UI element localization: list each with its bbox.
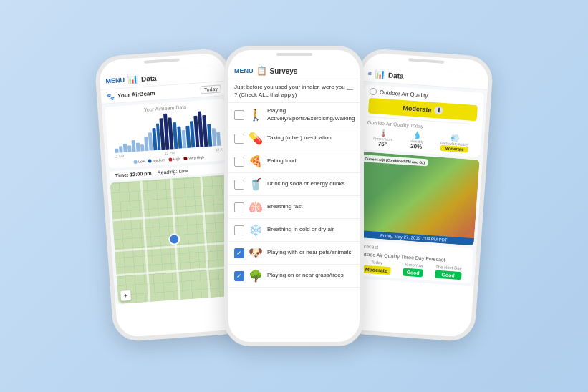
chart-bar xyxy=(123,143,127,152)
airbeam-label: Your AirBeam xyxy=(117,90,155,99)
survey-item-text: Breathing fast xyxy=(267,203,302,210)
forecast-badge: Good xyxy=(435,270,461,280)
aqi-metric: 💨 Particulate Matter Moderate xyxy=(440,133,469,154)
center-header: MENU 📋 Surveys xyxy=(228,63,360,79)
aqi-section: Outdoor Air Quality Moderate ℹ Outside A… xyxy=(360,84,484,157)
survey-item: 🫁Breathing fast xyxy=(228,196,360,219)
reading-val: Reading: Low xyxy=(157,168,188,175)
chart-bar xyxy=(119,146,123,153)
survey-item-text: Eating food xyxy=(267,157,296,165)
checkbox[interactable]: ✓ xyxy=(234,271,244,281)
menu-icon-right[interactable]: ≡ xyxy=(367,69,372,77)
forecast-badge: Good xyxy=(403,268,423,278)
chart-bar xyxy=(144,137,148,151)
forecast-day: Today Moderate xyxy=(362,260,392,275)
left-title: Data xyxy=(141,74,157,82)
survey-item-text: Playing Actively/Sports/Exercising/Walki… xyxy=(267,107,355,122)
right-title: Data xyxy=(388,71,404,79)
checkbox[interactable] xyxy=(234,180,244,190)
menu-icon-center[interactable]: MENU xyxy=(234,67,254,74)
question-text: Just before you used your inhaler, were … xyxy=(234,83,354,99)
survey-emoji: 🥤 xyxy=(249,177,263,191)
legend-item: Very High xyxy=(183,155,204,160)
survey-item-text: Drinking soda or energy drinks xyxy=(267,180,345,187)
chart-bar xyxy=(127,145,132,152)
checkbox[interactable] xyxy=(234,202,244,212)
forecast-day-label: Tomorrow xyxy=(403,263,424,268)
legend-item: Low xyxy=(133,159,145,164)
time-val: Time: 12:00 pm xyxy=(115,170,152,178)
survey-item: 🥤Drinking soda or energy drinks xyxy=(228,173,360,196)
center-title: Surveys xyxy=(270,67,298,75)
surveys-icon: 📋 xyxy=(256,66,267,76)
legend-item: Medium xyxy=(148,157,165,163)
chart-section: Your AirBeam Data 12 AM 12 PM 12 A LowMe… xyxy=(105,99,229,169)
legend-item: High xyxy=(168,157,181,162)
aqi-metrics: 🌡️ Temperature 75°💧 Humidity 20%💨 Partic… xyxy=(366,128,476,155)
chart-bar xyxy=(212,128,217,146)
outdoor-text: Outdoor Air Quality xyxy=(380,89,428,99)
survey-item-text: Taking (other) medication xyxy=(267,134,332,142)
aqi-metric: 💧 Humidity 20% xyxy=(409,131,424,150)
map-aqi-overlay: Current AQI (Combined PM and O₂) xyxy=(362,155,428,166)
aqi-metric: 🌡️ Temperature 75° xyxy=(372,128,393,148)
radio-circle[interactable] xyxy=(370,88,377,96)
checkbox[interactable] xyxy=(234,225,244,235)
metric-value: 20% xyxy=(409,143,423,150)
forecast-badge: Moderate xyxy=(362,265,392,275)
menu-icon-left[interactable]: MENU xyxy=(105,77,125,85)
survey-item-text: Breathing in cold or dry air xyxy=(267,226,334,233)
survey-question: Just before you used your inhaler, were … xyxy=(228,79,360,103)
phone-center: MENU 📋 Surveys Just before you used your… xyxy=(224,46,364,346)
today-dropdown[interactable]: Today xyxy=(201,84,221,94)
chart-bar xyxy=(216,132,221,146)
survey-emoji: 🚶 xyxy=(249,108,263,122)
survey-item: ✓🌳Playing on or near grass/trees xyxy=(228,265,360,288)
chart-bar xyxy=(115,148,118,153)
survey-item-text: Playing on or near grass/trees xyxy=(267,272,344,279)
survey-item-text: Playing with or near pets/animals xyxy=(267,249,351,256)
survey-item: 🍕Eating food xyxy=(228,150,360,173)
moderate-label: Moderate xyxy=(403,104,432,114)
checkbox[interactable] xyxy=(234,134,244,144)
survey-emoji: ❄️ xyxy=(249,223,263,237)
chart-bar xyxy=(131,140,135,152)
info-icon[interactable]: ℹ xyxy=(434,106,443,115)
survey-emoji: 🐶 xyxy=(249,246,263,260)
forecast-section: Forecast Outside Air Quality Three Day F… xyxy=(351,240,473,284)
survey-emoji: 🫁 xyxy=(249,200,263,214)
chart-bar xyxy=(178,126,183,149)
survey-emoji: 🍕 xyxy=(249,155,263,168)
map-expand-btn[interactable]: + xyxy=(120,290,131,301)
phones-container: MENU 📊 Data 🐾 Your AirBeam Today Your Ai… xyxy=(90,46,498,346)
survey-item: ✓🐶Playing with or near pets/animals xyxy=(228,242,360,265)
survey-emoji: 🌳 xyxy=(249,269,263,283)
checkbox[interactable]: ✓ xyxy=(234,248,244,258)
survey-item: ❄️Breathing in cold or dry air xyxy=(228,219,360,242)
map-pin xyxy=(168,233,180,245)
survey-emoji: 💊 xyxy=(249,132,263,145)
checkbox[interactable] xyxy=(234,157,244,167)
chart-bar xyxy=(207,124,212,147)
survey-item: 💊Taking (other) medication xyxy=(228,127,360,150)
chart-bar xyxy=(135,142,140,152)
map-section-left: + xyxy=(110,175,238,304)
survey-list: 🚶Playing Actively/Sports/Exercising/Walk… xyxy=(228,103,360,288)
forecast-day: The Next Day Good xyxy=(435,265,462,280)
forecast-day: Tomorrow Good xyxy=(403,263,424,278)
data-icon-right: 📊 xyxy=(375,69,386,79)
checkbox[interactable] xyxy=(234,110,244,120)
chart-bar xyxy=(140,144,145,152)
data-icon-left: 📊 xyxy=(127,74,139,84)
survey-item: 🚶Playing Actively/Sports/Exercising/Walk… xyxy=(228,103,360,127)
map-aqi-section: Current AQI (Combined PM and O₂) Friday,… xyxy=(354,152,480,245)
chart-bars xyxy=(111,110,222,153)
airbeam-icon: 🐾 xyxy=(107,92,115,100)
forecast-day-label: The Next Day xyxy=(435,265,462,271)
